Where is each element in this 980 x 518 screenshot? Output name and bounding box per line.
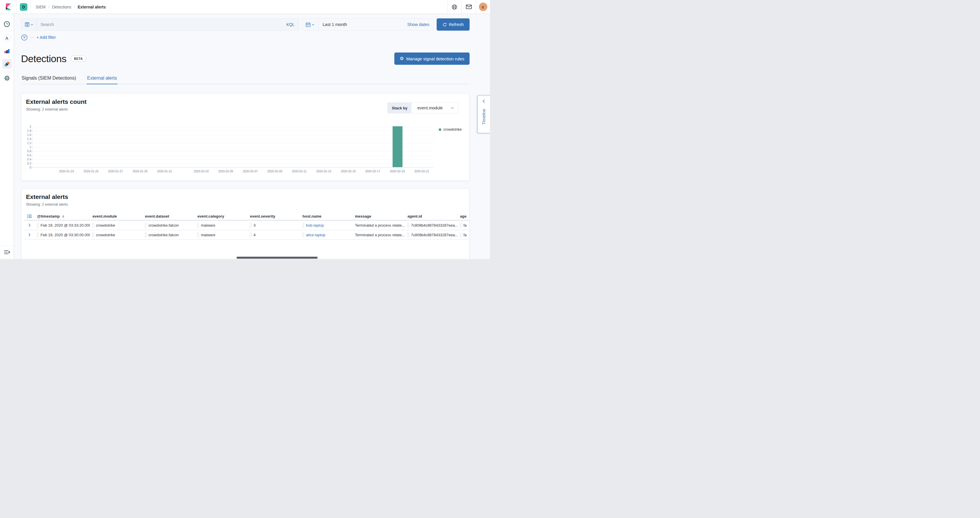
- kibana-siem-app: D SIEM/Detections/External alerts e: [0, 0, 490, 259]
- newsfeed-button[interactable]: [462, 0, 476, 14]
- show-dates-button[interactable]: Show dates: [403, 22, 433, 27]
- drag-handle[interactable]: [250, 223, 251, 228]
- nav-app-siem[interactable]: [0, 57, 14, 70]
- y-axis-label-0.8: 0.8: [22, 149, 31, 153]
- date-range-value[interactable]: Last 1 month: [318, 22, 403, 27]
- y-axis-label-1.6: 1.6: [22, 133, 31, 137]
- x-axis-tick: [140, 167, 141, 169]
- y-axis-label-1.4: 1.4: [22, 137, 31, 141]
- cell-value: malware: [201, 223, 215, 227]
- drag-handle[interactable]: [302, 223, 304, 228]
- drag-handle[interactable]: [145, 223, 146, 228]
- breadcrumb-detections[interactable]: Detections: [52, 5, 71, 10]
- cell-age: fa: [458, 223, 469, 228]
- nav-app-a[interactable]: A: [0, 32, 14, 44]
- column-header-agent-id[interactable]: agent.id: [405, 214, 458, 218]
- main-content: KQL Last 1 month Show dates R: [14, 14, 490, 259]
- nav-app-management[interactable]: [0, 72, 14, 84]
- stack-by-select[interactable]: event.module: [412, 103, 458, 113]
- cell-event-dataset: crowdstrike.falcon: [143, 232, 195, 237]
- x-axis-tick: [422, 167, 422, 169]
- y-axis-label-0.2: 0.2: [22, 162, 31, 165]
- y-axis-label-1: 1: [22, 146, 31, 149]
- nav-collapse-button[interactable]: [0, 248, 14, 256]
- filter-circle-icon[interactable]: [21, 34, 28, 41]
- cell-value: Terminated a process relate...: [355, 223, 405, 227]
- left-nav-rail: A: [0, 14, 14, 259]
- drag-handle[interactable]: [407, 232, 409, 237]
- kql-syntax-button[interactable]: KQL: [282, 22, 299, 27]
- save-icon: [25, 22, 29, 27]
- recently-viewed-button[interactable]: [0, 17, 14, 30]
- cell-agent-id: 7c808b4c8878433287eea...: [405, 223, 458, 228]
- cell-value: crowdstrike: [96, 223, 115, 227]
- timeline-flyout-button[interactable]: Timeline: [477, 95, 490, 133]
- horizontal-scrollbar-thumb[interactable]: [237, 257, 318, 259]
- column-header-event-category[interactable]: event.category: [195, 214, 248, 218]
- drag-handle[interactable]: [197, 232, 199, 237]
- siem-app-icon: [4, 61, 10, 67]
- column-header-event-severity[interactable]: event.severity: [248, 214, 300, 218]
- drag-handle[interactable]: [460, 223, 461, 228]
- x-axis-tick: [116, 167, 116, 169]
- manage-rules-button[interactable]: ⚙ Manage signal detection rules: [395, 52, 469, 65]
- drag-handle[interactable]: [302, 232, 304, 237]
- drag-handle[interactable]: [37, 223, 38, 228]
- gear-icon: ⚙: [399, 56, 404, 61]
- help-button[interactable]: [447, 0, 461, 14]
- kibana-logo[interactable]: [0, 0, 16, 14]
- date-quick-menu-button[interactable]: [302, 19, 318, 30]
- tab-external-alerts[interactable]: External alerts: [87, 73, 118, 84]
- kibana-logo-icon: [5, 3, 12, 11]
- expand-row-button[interactable]: [24, 230, 35, 240]
- search-input[interactable]: [37, 19, 282, 30]
- host-name-link[interactable]: alice-laptop: [306, 233, 326, 237]
- x-axis-label-2020-01-23: 2020-01-23: [59, 170, 74, 173]
- drag-handle[interactable]: [250, 232, 251, 237]
- saved-query-menu-button[interactable]: [21, 19, 37, 30]
- chart-x-axis: 2020-01-232020-01-252020-01-272020-01-29…: [32, 170, 433, 174]
- expand-row-button[interactable]: [24, 221, 35, 230]
- x-axis-tick: [226, 167, 226, 169]
- drag-handle[interactable]: [460, 232, 461, 237]
- add-filter-button[interactable]: + Add filter: [37, 35, 56, 40]
- cell-message: Terminated a process relate...: [353, 223, 405, 227]
- filter-bar: + Add filter: [21, 33, 469, 41]
- legend-item-crowdstrike[interactable]: crowdstrike: [439, 127, 462, 132]
- column-header-event-module[interactable]: event.module: [90, 214, 143, 218]
- cell-value: 7c808b4c8878433287eea...: [411, 233, 458, 237]
- column-header-age[interactable]: age: [458, 214, 469, 218]
- x-axis-tick: [275, 167, 275, 169]
- list-icon[interactable]: [27, 214, 32, 219]
- drag-handle[interactable]: [92, 232, 94, 237]
- column-header-timestamp[interactable]: @timestamp: [35, 214, 90, 218]
- table-row-1: Feb 19, 2020 @ 03:33:20.000crowdstrikecr…: [24, 221, 469, 230]
- column-header-event-dataset[interactable]: event.dataset: [143, 214, 195, 218]
- column-header-message[interactable]: message: [353, 214, 405, 218]
- column-header-host-name[interactable]: host.name: [300, 214, 353, 218]
- gridline: [33, 127, 433, 127]
- chart-bar-crowdstrike[interactable]: [393, 126, 402, 167]
- drag-handle[interactable]: [37, 232, 38, 237]
- nav-app-visualize[interactable]: [0, 44, 14, 57]
- y-axis-label-2: 2: [22, 125, 31, 128]
- refresh-button[interactable]: Refresh: [437, 18, 469, 31]
- cell-host-name: alice-laptop: [300, 232, 353, 237]
- calendar-icon: [305, 22, 310, 27]
- breadcrumb-siem[interactable]: SIEM: [36, 5, 46, 10]
- top-bar: D SIEM/Detections/External alerts e: [0, 0, 490, 14]
- drag-handle[interactable]: [407, 223, 409, 228]
- external-alerts-table-panel: External alerts Showing: 2 external aler…: [21, 188, 469, 259]
- tab-signals[interactable]: Signals (SIEM Detections): [21, 73, 77, 84]
- gridline: [33, 155, 433, 156]
- space-selector[interactable]: D: [17, 0, 30, 14]
- cell-event-severity: 4: [248, 232, 300, 237]
- events-table: @timestampevent.moduleevent.datasetevent…: [24, 212, 469, 240]
- drag-handle[interactable]: [197, 223, 199, 228]
- cell-value: crowdstrike.falcon: [148, 223, 179, 227]
- drag-handle[interactable]: [92, 223, 94, 228]
- drag-handle[interactable]: [145, 232, 146, 237]
- external-alerts-count-panel: External alerts count Showing: 2 externa…: [21, 93, 469, 181]
- host-name-link[interactable]: bob-laptop: [306, 223, 324, 227]
- user-menu-button[interactable]: e: [476, 0, 490, 14]
